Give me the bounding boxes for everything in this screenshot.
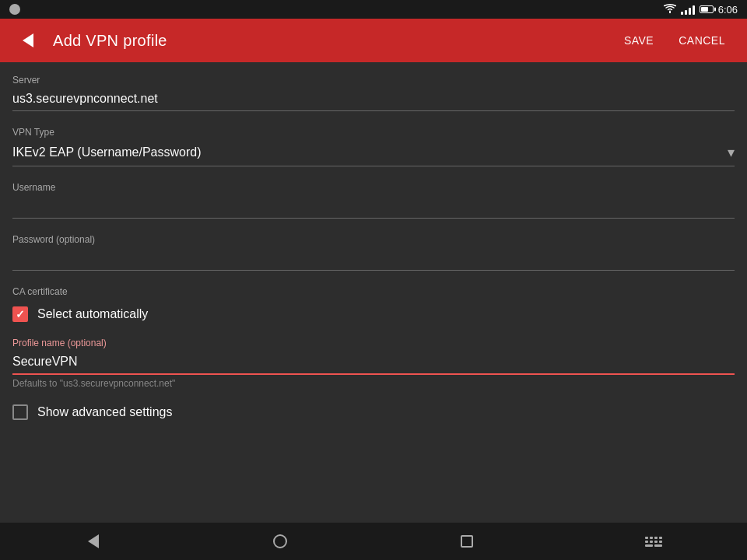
select-auto-checkbox[interactable]: ✓ (12, 306, 28, 322)
app-bar: Add VPN profile SAVE CANCEL (0, 19, 747, 62)
vpn-type-dropdown[interactable]: IKEv2 EAP (Username/Password) ▾ (12, 141, 735, 166)
select-auto-row[interactable]: ✓ Select automatically (12, 306, 735, 322)
password-label: Password (optional) (12, 234, 735, 245)
form-content: Server VPN Type IKEv2 EAP (Username/Pass… (0, 62, 747, 523)
nav-back-icon (88, 534, 99, 548)
server-field: Server (12, 75, 735, 111)
status-bar: 6:06 (0, 0, 747, 19)
save-button[interactable]: SAVE (615, 28, 663, 53)
show-advanced-row[interactable]: Show advanced settings (12, 404, 735, 420)
keyboard-icon (645, 537, 662, 547)
nav-home-button[interactable] (257, 526, 303, 557)
server-label: Server (12, 75, 735, 86)
status-time: 6:06 (718, 4, 738, 16)
app-bar-actions: SAVE CANCEL (615, 28, 735, 53)
ca-cert-label: CA certificate (12, 286, 735, 297)
navigation-bar (0, 523, 747, 560)
status-icons: 6:06 (664, 4, 738, 16)
status-left (9, 4, 664, 15)
signal-bars (681, 4, 695, 15)
dropdown-arrow-icon: ▾ (728, 144, 735, 161)
username-field: Username (12, 182, 735, 219)
notification-icon (9, 4, 20, 15)
nav-back-button[interactable] (70, 526, 117, 557)
vpn-type-field: VPN Type IKEv2 EAP (Username/Password) ▾ (12, 127, 735, 166)
cancel-button[interactable]: CANCEL (669, 28, 735, 53)
back-arrow-icon (23, 33, 33, 47)
password-field: Password (optional) (12, 234, 735, 271)
username-input[interactable] (12, 196, 735, 219)
vpn-type-label: VPN Type (12, 127, 735, 138)
vpn-type-value: IKEv2 EAP (Username/Password) (12, 145, 728, 159)
wifi-icon (664, 4, 676, 16)
profile-name-hint: Defaults to "us3.securevpnconnect.net" (12, 378, 735, 389)
ca-cert-section: CA certificate ✓ Select automatically (12, 286, 735, 322)
select-auto-label: Select automatically (37, 307, 148, 321)
username-label: Username (12, 182, 735, 193)
profile-name-label: Profile name (optional) (12, 338, 735, 348)
keyboard-button[interactable] (630, 526, 677, 557)
server-input[interactable] (12, 89, 735, 111)
nav-home-icon (273, 534, 287, 548)
checkmark-icon: ✓ (16, 309, 25, 320)
profile-name-field: Profile name (optional) Defaults to "us3… (12, 338, 735, 389)
profile-name-input[interactable] (12, 352, 735, 375)
show-advanced-label: Show advanced settings (37, 405, 172, 419)
show-advanced-checkbox[interactable] (12, 404, 28, 420)
nav-recent-button[interactable] (444, 526, 490, 557)
back-button[interactable] (12, 25, 44, 56)
page-title: Add VPN profile (53, 32, 615, 50)
battery-icon (700, 5, 714, 13)
password-input[interactable] (12, 248, 735, 271)
nav-recent-icon (461, 535, 473, 548)
